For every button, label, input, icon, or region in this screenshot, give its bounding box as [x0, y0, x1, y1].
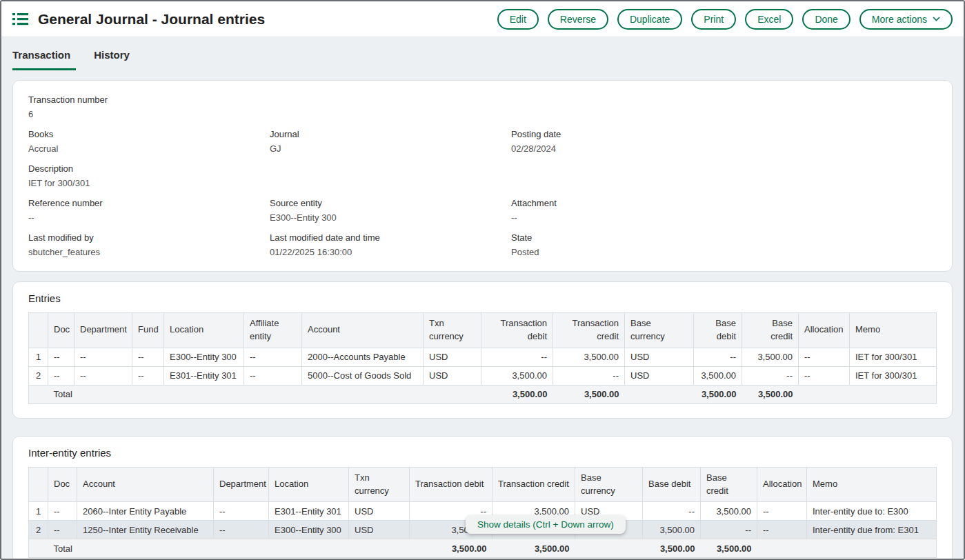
excel-button[interactable]: Excel	[745, 9, 793, 30]
inter-entity-section-title: Inter-entity entries	[28, 447, 937, 459]
cell: 1	[29, 348, 48, 366]
cell: --	[214, 502, 269, 521]
field-posting-date: Posting date 02/28/2024	[511, 129, 937, 154]
cell: IET for 300/301	[850, 348, 937, 366]
cell	[757, 539, 807, 558]
inter-entity-table: Doc Account Department Location Txn curr…	[28, 467, 937, 559]
total-label: Total	[48, 539, 410, 558]
field-value: Posted	[511, 247, 937, 257]
col-header: Department	[74, 313, 132, 348]
cell: --	[48, 348, 74, 366]
show-details-tooltip: Show details (Ctrl + Down arrow)	[466, 515, 626, 534]
col-header: Base credit	[742, 313, 799, 348]
total-base-credit: 3,500.00	[742, 385, 799, 403]
inter-entity-card: Inter-entity entries Doc Account Departm…	[12, 436, 953, 559]
tab-bar: Transaction History	[1, 37, 964, 70]
cell: --	[742, 366, 799, 385]
field-label: Reference number	[28, 198, 270, 208]
cell	[575, 539, 643, 558]
done-button[interactable]: Done	[802, 9, 850, 30]
col-header: Affiliate entity	[244, 313, 302, 348]
field-books: Books Accrual	[28, 129, 270, 154]
detail-row: Books Accrual Journal GJ Posting date 02…	[28, 129, 937, 154]
cell: 2060--Inter Entity Payable	[77, 502, 214, 521]
cell: --	[553, 366, 625, 385]
entries-header-row: Doc Department Fund Location Affiliate e…	[29, 313, 937, 348]
more-actions-label: More actions	[872, 14, 927, 25]
cell: --	[48, 366, 74, 385]
col-header: Allocation	[757, 467, 807, 502]
page-title: General Journal - Journal entries	[38, 11, 265, 28]
col-header	[29, 467, 48, 502]
total-transaction-credit: 3,500.00	[493, 539, 575, 558]
more-actions-button[interactable]: More actions	[859, 9, 953, 30]
tab-transaction[interactable]: Transaction	[12, 49, 76, 70]
col-header: Department	[214, 467, 269, 502]
col-header: Base debit	[643, 467, 701, 502]
field-value: --	[511, 212, 937, 223]
inter-entity-header-row: Doc Account Department Location Txn curr…	[29, 467, 937, 502]
print-button[interactable]: Print	[691, 9, 736, 30]
cell: --	[799, 366, 850, 385]
cell: USD	[349, 521, 410, 539]
cell: --	[799, 348, 850, 366]
cell: Inter-entity due to: E300	[807, 502, 937, 521]
field-state: State Posted	[511, 232, 937, 257]
total-base-credit: 3,500.00	[701, 539, 757, 558]
col-header: Doc	[48, 467, 77, 502]
col-header: Base credit	[701, 467, 757, 502]
edit-button[interactable]: Edit	[497, 9, 539, 30]
col-header: Transaction debit	[481, 313, 553, 348]
cell: --	[132, 348, 164, 366]
col-header: Account	[77, 467, 214, 502]
cell: --	[694, 348, 742, 366]
col-header: Txn currency	[424, 313, 481, 348]
cell: --	[48, 502, 77, 521]
field-label: Posting date	[511, 129, 937, 139]
field-attachment: Attachment --	[511, 198, 937, 223]
cell: --	[244, 366, 302, 385]
cell: --	[244, 348, 302, 366]
cell: --	[757, 502, 807, 521]
cell: --	[132, 366, 164, 385]
detail-row: Last modified by sbutcher_features Last …	[28, 232, 937, 257]
table-row[interactable]: 1 -- -- -- E300--Entity 300 -- 2000--Acc…	[29, 348, 937, 366]
field-label: Last modified date and time	[270, 232, 511, 243]
cell: E301--Entity 301	[269, 502, 349, 521]
col-header: Memo	[850, 313, 937, 348]
list-menu-icon[interactable]	[12, 12, 28, 26]
cell: USD	[625, 366, 694, 385]
entries-total-row: Total 3,500.00 3,500.00 3,500.00 3,500.0…	[29, 385, 937, 403]
total-transaction-debit: 3,500.00	[410, 539, 493, 558]
field-reference-number: Reference number --	[28, 198, 270, 223]
cell: 5000--Cost of Goods Sold	[302, 366, 424, 385]
cell: --	[757, 521, 807, 539]
field-journal: Journal GJ	[270, 129, 511, 154]
field-transaction-number: Transaction number 6	[28, 94, 270, 119]
field-value: 01/22/2025 16:30:00	[270, 247, 511, 257]
inter-entity-total-row: Total 3,500.00 3,500.00 3,500.00 3,500.0…	[29, 539, 937, 558]
cell: 3,500.00	[701, 502, 757, 521]
duplicate-button[interactable]: Duplicate	[617, 9, 682, 30]
cell: 2000--Accounts Payable	[302, 348, 424, 366]
cell: 3,500.00	[481, 366, 553, 385]
cell	[29, 539, 48, 558]
cell	[625, 385, 694, 403]
field-source-entity: Source entity E300--Entity 300	[270, 198, 511, 223]
field-label: Description	[28, 163, 270, 174]
tab-history[interactable]: History	[94, 49, 135, 70]
app-window: General Journal - Journal entries Edit R…	[0, 0, 965, 560]
col-header: Doc	[48, 313, 74, 348]
field-last-modified-by: Last modified by sbutcher_features	[28, 232, 270, 257]
col-header: Account	[302, 313, 424, 348]
col-header	[29, 313, 48, 348]
field-label: Attachment	[511, 198, 937, 208]
table-row[interactable]: 2 -- -- -- E301--Entity 301 -- 5000--Cos…	[29, 366, 937, 385]
col-header: Transaction credit	[553, 313, 625, 348]
cell: E301--Entity 301	[164, 366, 244, 385]
field-label: Source entity	[270, 198, 511, 208]
detail-row: Transaction number 6	[28, 94, 937, 119]
detail-row: Reference number -- Source entity E300--…	[28, 198, 937, 223]
reverse-button[interactable]: Reverse	[548, 9, 608, 30]
field-value: GJ	[270, 143, 511, 154]
